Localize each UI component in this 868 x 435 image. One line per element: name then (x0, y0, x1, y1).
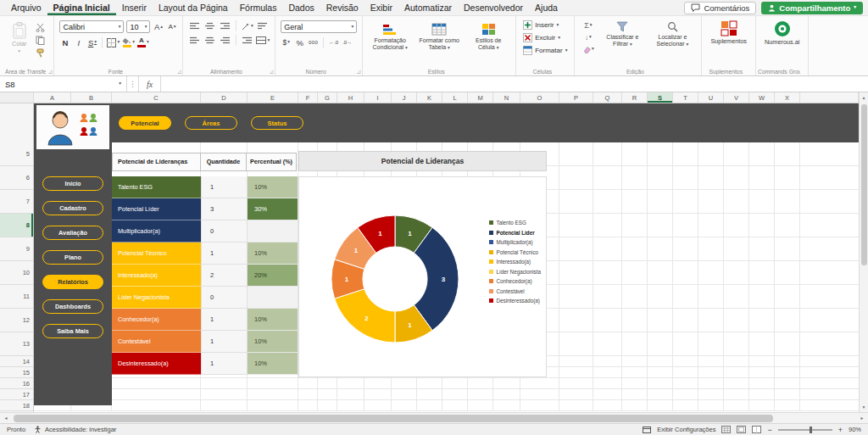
nav-button-potencial[interactable]: Potencial (119, 116, 171, 130)
merge-center-icon[interactable]: ▾ (256, 36, 270, 46)
insert-cells-button[interactable]: Inserir ▾ (521, 19, 569, 31)
column-header-i[interactable]: I (364, 92, 392, 103)
increase-font-icon[interactable]: A▴ (153, 21, 164, 33)
menu-tab-revisao[interactable]: Revisão (320, 0, 364, 15)
column-header-u[interactable]: U (698, 92, 724, 103)
percent-style-icon[interactable]: % (294, 36, 305, 48)
align-center-icon[interactable] (203, 36, 216, 46)
sidebar-button-relatorios[interactable]: Relatórios (42, 275, 103, 289)
zoom-in-button[interactable]: + (838, 426, 843, 434)
zoom-slider[interactable] (778, 429, 832, 431)
column-header-s[interactable]: S (648, 92, 673, 103)
autosum-icon[interactable]: Σ▾ (581, 20, 594, 31)
name-box[interactable]: S8 ▾ (0, 76, 127, 92)
row-header-13[interactable]: 13 (0, 332, 33, 356)
dialog-launcher-icon[interactable]: ◿ (270, 69, 273, 74)
row-header-17[interactable]: 17 (0, 389, 33, 400)
decrease-indent-icon[interactable] (241, 36, 253, 46)
normal-view-icon[interactable] (721, 426, 731, 433)
comma-style-icon[interactable]: 000 (308, 36, 319, 48)
copy-icon[interactable] (34, 35, 47, 45)
column-header-m[interactable]: M (468, 92, 493, 103)
format-painter-icon[interactable] (34, 47, 47, 58)
column-header-n[interactable]: N (493, 92, 520, 103)
menu-tab-pagina-inicial[interactable]: Página Inicial (47, 0, 116, 15)
clear-icon[interactable]: ▾ (581, 44, 594, 54)
horizontal-scroll-track[interactable] (12, 413, 856, 424)
find-select-button[interactable]: Localizar e Selecionar ▾ (648, 19, 696, 47)
row-header-14[interactable]: 14 (0, 356, 33, 367)
column-header-f[interactable]: F (298, 92, 318, 103)
share-button[interactable]: Compartilhamento ▾ (761, 2, 863, 14)
horizontal-scroll-thumb[interactable] (14, 415, 773, 422)
sidebar-button-dashboards[interactable]: Dashboards (42, 299, 103, 314)
format-as-table-button[interactable]: Formatar como Tabela ▾ (417, 20, 461, 51)
font-color-icon[interactable]: A▾ (137, 36, 149, 48)
column-header-o[interactable]: O (520, 92, 559, 103)
dialog-launcher-icon[interactable]: ◿ (357, 69, 360, 74)
font-size-select[interactable]: 10▾ (126, 20, 150, 33)
cell-styles-button[interactable]: Estilos de Célula ▾ (466, 20, 510, 51)
numerous-ai-button[interactable]: Numerous.ai (761, 19, 803, 47)
column-header-t[interactable]: T (673, 92, 698, 103)
delete-cells-button[interactable]: Excluir ▾ (521, 31, 569, 44)
menu-tab-inserir[interactable]: Inserir (116, 0, 153, 15)
formula-bar-options-icon[interactable]: ⋮ (127, 76, 139, 92)
column-header-c[interactable]: C (112, 92, 201, 103)
nav-button-areas[interactable]: Áreas (185, 116, 237, 130)
dialog-launcher-icon[interactable]: ◿ (48, 69, 52, 74)
column-header-d[interactable]: D (201, 92, 248, 103)
row-header-15[interactable]: 15 (0, 367, 33, 378)
grid-area[interactable]: 56789101112131415161718 (0, 103, 859, 412)
sort-filter-button[interactable]: Classificar e Filtrar ▾ (598, 19, 646, 47)
sidebar-button-cadastro[interactable]: Cadastro (42, 201, 103, 215)
underline-button[interactable]: S▾ (86, 36, 97, 48)
sidebar-button-avaliacao[interactable]: Avaliação (42, 226, 103, 240)
zoom-out-button[interactable]: − (767, 426, 771, 434)
insert-function-button[interactable]: fx (139, 76, 161, 92)
dialog-launcher-icon[interactable]: ◿ (177, 69, 181, 74)
menu-tab-desenvolvedor[interactable]: Desenvolvedor (458, 0, 529, 15)
decrease-font-icon[interactable]: A▾ (166, 21, 177, 33)
accessibility-status[interactable]: Acessibilidade: investigar (45, 426, 116, 433)
font-name-select[interactable]: Calibri▾ (59, 20, 124, 33)
menu-tab-dados[interactable]: Dados (282, 0, 320, 15)
scroll-right-icon[interactable]: ► (856, 415, 868, 421)
paste-button[interactable]: Colar ▾ (8, 20, 30, 56)
borders-icon[interactable]: ▾ (107, 36, 120, 48)
menu-tab-formulas[interactable]: Fórmulas (234, 0, 283, 15)
align-bottom-icon[interactable] (219, 21, 231, 31)
page-layout-view-icon[interactable] (737, 426, 746, 433)
page-break-view-icon[interactable] (752, 426, 761, 433)
align-middle-icon[interactable] (203, 21, 216, 31)
align-left-icon[interactable] (188, 36, 201, 46)
menu-tab-automatizar[interactable]: Automatizar (398, 0, 458, 15)
column-header-v[interactable]: V (724, 92, 749, 103)
currency-format-icon[interactable]: $▾ (281, 36, 292, 48)
formula-input[interactable] (161, 76, 868, 92)
italic-button[interactable]: I (73, 36, 84, 48)
row-header-7[interactable]: 7 (0, 190, 33, 214)
column-header-g[interactable]: G (318, 92, 337, 103)
column-header-r[interactable]: R (622, 92, 648, 103)
number-format-select[interactable]: Geral▾ (281, 20, 357, 33)
addins-button[interactable]: Suplementos (707, 19, 750, 47)
bold-button[interactable]: N (59, 36, 70, 48)
align-top-icon[interactable] (188, 21, 201, 31)
menu-tab-layout-da-pagina[interactable]: Layout da Página (153, 0, 234, 15)
column-header-j[interactable]: J (392, 92, 417, 103)
column-header-x[interactable]: X (775, 92, 800, 103)
row-header-5[interactable]: 5 (0, 142, 33, 166)
row-header-8[interactable]: 8 (0, 214, 33, 237)
fill-down-icon[interactable]: ↓▾ (581, 32, 594, 42)
scroll-up-icon[interactable]: ▲ (860, 92, 868, 103)
column-header-l[interactable]: L (442, 92, 468, 103)
cut-icon[interactable] (34, 22, 47, 32)
row-header-9[interactable]: 9 (0, 237, 33, 261)
column-header-k[interactable]: K (417, 92, 442, 103)
scroll-down-icon[interactable]: ▼ (860, 402, 868, 412)
column-header-e[interactable]: E (248, 92, 298, 103)
wrap-text-icon[interactable] (256, 21, 269, 31)
column-header-a[interactable]: A (34, 92, 71, 103)
format-cells-button[interactable]: Formatar ▾ (521, 44, 569, 57)
